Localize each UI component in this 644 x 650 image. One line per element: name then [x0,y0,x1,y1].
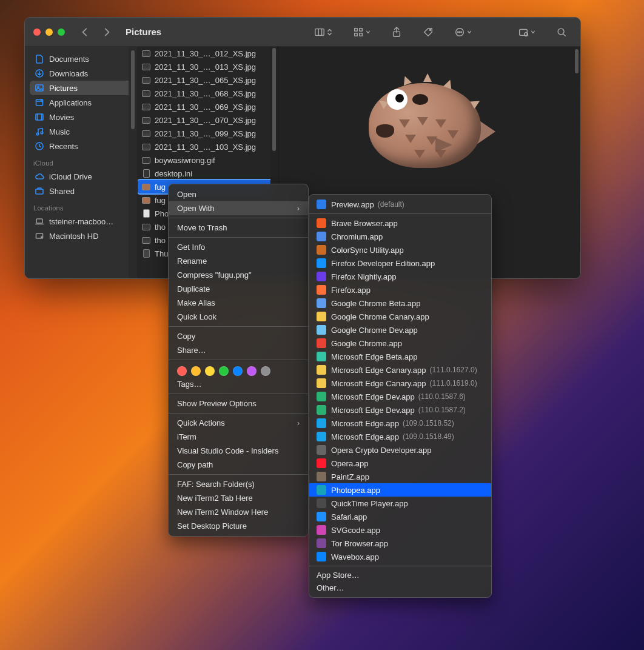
shared-icon [35,186,44,196]
openwith-app[interactable]: Google Chrome.app [309,337,491,350]
ctx-copy[interactable]: Copy [169,329,308,343]
tags-button[interactable] [418,27,438,38]
file-type-icon [141,102,151,112]
openwith-app[interactable]: Firefox Nightly.app [309,270,491,283]
forward-button[interactable] [101,27,112,38]
openwith-app[interactable]: Firefox.app [309,283,491,297]
sidebar-item-movies[interactable]: Movies [30,110,132,124]
more-button[interactable] [449,27,477,38]
back-button[interactable] [79,27,90,38]
ctx-move-to-trash[interactable]: Move to Trash [169,221,308,235]
sidebar-item-music[interactable]: Music [30,124,132,139]
file-name: fug [155,196,166,205]
file-row[interactable]: 2021_11_30_…_013_XS.jpg [138,60,278,73]
ctx-duplicate[interactable]: Duplicate [169,282,308,296]
tag-color[interactable] [247,366,257,376]
group-button[interactable] [348,27,375,38]
openwith-app[interactable]: Google Chrome Beta.app [309,297,491,310]
app-icon [317,365,326,375]
openwith-app[interactable]: PaintZ.app [309,470,491,483]
ctx-copy-path[interactable]: Copy path [169,458,308,472]
openwith-app[interactable]: Microsoft Edge.app(109.0.1518.49) [309,430,491,443]
tag-color[interactable] [233,366,243,376]
openwith-app[interactable]: Microsoft Edge Dev.app(110.0.1587.2) [309,403,491,417]
openwith-app[interactable]: Microsoft Edge.app(109.0.1518.52) [309,417,491,430]
openwith-app[interactable]: Google Chrome Canary.app [309,310,491,323]
ctx-make-alias[interactable]: Make Alias [169,296,308,310]
file-row[interactable]: boywasiwrong.gif [138,153,278,167]
file-row[interactable]: 2021_11_30_…_103_XS.jpg [138,140,278,153]
app-icon [317,392,326,401]
file-row[interactable]: 2021_11_30_…_099_XS.jpg [138,127,278,140]
ctx-compress[interactable]: Compress "fugu.png" [169,268,308,282]
openwith-app[interactable]: Photopea.app [309,483,491,497]
openwith-app[interactable]: SVGcode.app [309,523,491,537]
openwith-app[interactable]: Microsoft Edge Canary.app(111.0.1627.0) [309,363,491,377]
doc-icon [35,54,44,64]
tag-color[interactable] [205,366,215,376]
maximize-button[interactable] [58,28,65,36]
ctx-new-iterm-tab[interactable]: New iTerm2 Tab Here [169,491,308,505]
ctx-get-info[interactable]: Get Info [169,240,308,254]
tag-color[interactable] [191,366,201,376]
ctx-rename[interactable]: Rename [169,254,308,268]
ctx-iterm[interactable]: iTerm [169,430,308,444]
sidebar-item-documents[interactable]: Documents [30,52,132,66]
openwith-app[interactable]: Tor Browser.app [309,537,491,550]
file-row[interactable]: 2021_11_30_…_069_XS.jpg [138,100,278,113]
openwith-app[interactable]: Opera Crypto Developer.app [309,443,491,457]
ctx-show-preview-options[interactable]: Show Preview Options [169,397,308,410]
ctx-quick-look[interactable]: Quick Look [169,310,308,324]
openwith-app[interactable]: Chromium.app [309,230,491,243]
file-row[interactable]: 2021_11_30_…_070_XS.jpg [138,113,278,127]
file-row[interactable]: 2021_11_30_…_068_XS.jpg [138,87,278,100]
openwith-app[interactable]: Google Chrome Dev.app [309,323,491,337]
sidebar-item-pictures[interactable]: Pictures [30,81,132,95]
openwith-app[interactable]: QuickTime Player.app [309,497,491,510]
sidebar-item-macintosh-hd[interactable]: Macintosh HD [30,229,132,243]
openwith-app[interactable]: Microsoft Edge Dev.app(110.0.1587.6) [309,390,491,403]
ctx-open-with[interactable]: Open With› [169,201,308,215]
app-label: Safari.app [331,512,367,521]
ctx-share[interactable]: Share… [169,343,308,357]
ctx-tags[interactable]: Tags… [169,377,308,391]
preview-scrollbar[interactable] [573,47,580,278]
close-button[interactable] [33,28,41,36]
openwith-app-store[interactable]: App Store… [309,569,491,581]
openwith-app[interactable]: Safari.app [309,510,491,523]
openwith-app[interactable]: ColorSync Utility.app [309,243,491,256]
tag-color[interactable] [219,366,229,376]
search-button[interactable] [551,27,572,38]
openwith-app[interactable]: Microsoft Edge Beta.app [309,350,491,363]
ctx-set-desktop[interactable]: Set Desktop Picture [169,519,308,533]
sidebar-item-shared[interactable]: Shared [30,184,132,198]
file-row[interactable]: 2021_11_30_…_012_XS.jpg [138,47,278,60]
openwith-app[interactable]: Wavebox.app [309,550,491,563]
ctx-vscode[interactable]: Visual Studio Code - Insiders [169,444,308,458]
openwith-app[interactable]: Microsoft Edge Canary.app(111.0.1619.0) [309,377,491,390]
openwith-default[interactable]: Preview.app (default) [309,198,491,211]
ctx-new-iterm-win[interactable]: New iTerm2 Window Here [169,505,308,519]
view-columns-button[interactable] [309,27,337,38]
openwith-other[interactable]: Other… [309,581,491,594]
share-button[interactable] [386,27,407,38]
ctx-open[interactable]: Open [169,187,308,201]
actions-button[interactable] [513,27,540,38]
file-row[interactable]: 2021_11_30_…_065_XS.jpg [138,73,278,87]
app-label: Photopea.app [331,486,380,495]
ctx-quick-actions[interactable]: Quick Actions› [169,416,308,430]
ctx-faf[interactable]: FAF: Search Folder(s) [169,477,308,491]
openwith-app[interactable]: Firefox Developer Edition.app [309,256,491,270]
minimize-button[interactable] [45,28,53,36]
openwith-app[interactable]: Brave Browser.app [309,216,491,230]
sidebar-item-downloads[interactable]: Downloads [30,66,132,81]
sidebar-item-applications[interactable]: Applications [30,95,132,110]
tag-color[interactable] [261,366,270,376]
sidebar-item-tsteiner-macboo-[interactable]: tsteiner-macboo… [30,214,132,229]
openwith-app[interactable]: Opera.app [309,457,491,470]
sidebar-item-recents[interactable]: Recents [30,139,132,153]
tag-color[interactable] [177,366,187,376]
sidebar-item-icloud-drive[interactable]: iCloud Drive [30,169,132,184]
sidebar-scrollbar[interactable] [129,47,137,278]
file-row[interactable]: desktop.ini [138,167,278,180]
